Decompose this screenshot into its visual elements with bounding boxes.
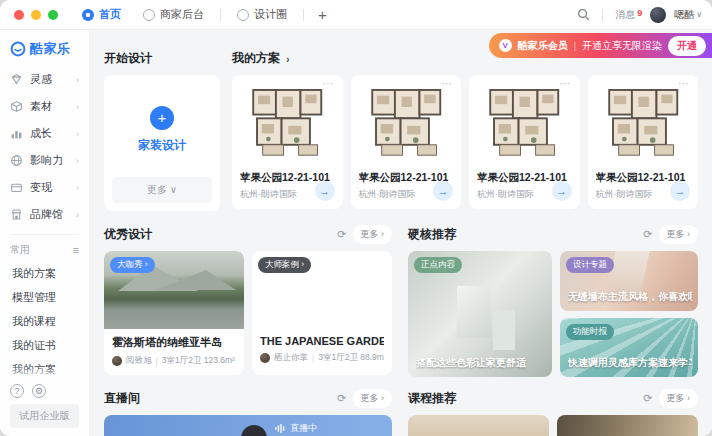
globe-icon [10, 154, 23, 167]
hardcore-more-button[interactable]: 更多 › [659, 225, 699, 244]
topbar: 首页 商家后台 设计圈 + 消息 9 [0, 0, 712, 30]
sidebar-shortcut-item[interactable]: 模型管理 [0, 285, 89, 309]
list-edit-icon[interactable]: ≡ [73, 244, 79, 256]
open-plan-arrow-button[interactable]: → [433, 181, 453, 201]
kujiale-logo-icon [10, 41, 26, 57]
course-card[interactable] [557, 415, 698, 436]
sidebar-item-influence[interactable]: 影响力 › [0, 147, 89, 174]
design-title: 霍洛斯塔的纳维亚半岛 [112, 335, 236, 350]
plan-card[interactable]: ⋯ [351, 75, 462, 209]
open-plan-arrow-button[interactable]: → [552, 181, 572, 201]
sidebar-item-inspiration[interactable]: 灵感 › [0, 66, 89, 93]
plus-icon: + [150, 106, 174, 130]
user-menu[interactable]: 嗯酷 ∨ [674, 8, 702, 22]
more-options-icon[interactable]: ⋯ [441, 77, 453, 90]
main-content: V 酷家乐会员 | 开通立享无限渲染 开通 开始设计 + 家装设计 更多 ∨ [90, 30, 712, 436]
top-row: 开始设计 + 家装设计 更多 ∨ 我的方案 › [104, 50, 698, 211]
user-name: 嗯酷 [674, 8, 694, 22]
excellent-more-button[interactable]: 更多 › [353, 225, 393, 244]
chevron-right-icon: › [76, 129, 79, 139]
courses-more-button[interactable]: 更多 › [659, 389, 699, 408]
card-caption: 快速调用灵感库方案速来学习 [568, 356, 692, 370]
floor-plan-image [359, 81, 454, 167]
start-design-more-button[interactable]: 更多 ∨ [112, 177, 212, 203]
tab-home[interactable]: 首页 [72, 3, 131, 26]
meta-divider: | [156, 356, 158, 366]
design-circle-tab-icon [237, 9, 249, 21]
recommend-card[interactable]: 功能时报 快速调用灵感库方案速来学习 [560, 318, 698, 378]
kujiale-logo[interactable]: 酷家乐 [0, 40, 89, 66]
floor-plan-image [240, 81, 335, 167]
tab-label: 首页 [99, 7, 121, 22]
section-title: 优秀设计 [104, 226, 152, 243]
minimize-window-button[interactable] [31, 10, 41, 20]
sidebar-item-brand-hall[interactable]: 品牌馆 › [0, 201, 89, 228]
home-design-label: 家装设计 [138, 137, 186, 154]
plan-card[interactable]: ⋯ [469, 75, 580, 209]
badge[interactable]: 大咖秀 › [110, 257, 155, 273]
tab-divider [220, 9, 221, 21]
more-options-icon[interactable]: ⋯ [323, 77, 335, 90]
start-design-card: + 家装设计 更多 ∨ [104, 75, 220, 211]
open-plan-arrow-button[interactable]: → [315, 181, 335, 201]
maximize-window-button[interactable] [48, 10, 58, 20]
floor-plan-image [477, 81, 572, 167]
search-icon[interactable] [577, 8, 590, 21]
chevron-right-icon: › [76, 102, 79, 112]
chevron-right-icon: › [76, 75, 79, 85]
sidebar-divider [10, 234, 79, 235]
refresh-icon[interactable]: ⟳ [337, 392, 346, 405]
messages-count-badge: 9 [637, 8, 642, 18]
tab-merchant-console[interactable]: 商家后台 [133, 3, 214, 26]
course-card[interactable] [408, 415, 549, 436]
sidebar-shortcut-item[interactable]: 我的方案 [0, 357, 89, 380]
chevron-right-icon: › [76, 210, 79, 220]
sidebar-shortcut-item[interactable]: 我的课程 [0, 309, 89, 333]
sidebar-item-materials[interactable]: 素材 › [0, 93, 89, 120]
more-options-icon[interactable]: ⋯ [560, 77, 572, 90]
gear-icon[interactable]: ⚙ [32, 384, 46, 398]
more-options-icon[interactable]: ⋯ [678, 77, 690, 90]
tab-design-circle[interactable]: 设计圈 [227, 3, 297, 26]
new-tab-button[interactable]: + [310, 6, 335, 23]
messages-button[interactable]: 消息 9 [615, 8, 642, 22]
logo-text: 酷家乐 [30, 40, 71, 58]
help-icon[interactable]: ? [10, 384, 24, 398]
live-room-section: 直播间 ⟳ 更多 › 直播中 CAD软件绘 [104, 389, 392, 436]
recommend-card[interactable]: 正点内容 搭配这些色彩让家更舒适 [408, 251, 552, 377]
sidebar-shortcut-item[interactable]: 我的方案 [0, 261, 89, 285]
chevron-right-icon: › [76, 183, 79, 193]
sidebar-shortcut-item[interactable]: 我的证书 [0, 333, 89, 357]
plan-card[interactable]: ⋯ [232, 75, 343, 209]
my-plans-section: 我的方案 › ⋯ [232, 50, 698, 211]
design-card[interactable]: 大咖秀 › 霍洛斯塔的纳维亚半岛 阅致旭 | 3室1厅2卫 123.6m² [104, 251, 244, 375]
trial-enterprise-button[interactable]: 试用企业版 [10, 404, 79, 428]
live-stream-card[interactable]: 直播中 CAD软件绘图命令教学 [104, 415, 392, 436]
browser-tabs: 首页 商家后台 设计圈 + [72, 3, 335, 26]
author-avatar [112, 356, 122, 366]
design-card[interactable]: 大师案例 › THE JAPANESE GARDEN 栖止你掌 | 3室1厅2卫… [252, 251, 392, 375]
plan-card[interactable]: ⋯ [588, 75, 699, 209]
user-avatar[interactable] [650, 7, 666, 23]
recommend-card[interactable]: 设计专题 无缝墙布主流风格，你喜欢哪款 [560, 251, 698, 311]
vip-badge-icon: V [499, 39, 512, 52]
badge[interactable]: 大师案例 › [258, 257, 311, 273]
window-controls [14, 10, 58, 20]
sidebar: 酷家乐 灵感 › 素材 › 成长 › [0, 30, 90, 436]
vip-promo-banner[interactable]: V 酷家乐会员 | 开通立享无限渲染 开通 [489, 33, 712, 58]
card-caption: 无缝墙布主流风格，你喜欢哪款 [568, 290, 692, 304]
close-window-button[interactable] [14, 10, 24, 20]
refresh-icon[interactable]: ⟳ [643, 228, 652, 241]
tab-label: 设计圈 [254, 7, 287, 22]
new-home-design-button[interactable]: + 家装设计 [138, 83, 186, 177]
refresh-icon[interactable]: ⟳ [337, 228, 346, 241]
bar-chart-icon [10, 127, 23, 140]
sidebar-item-growth[interactable]: 成长 › [0, 120, 89, 147]
open-plan-arrow-button[interactable]: → [670, 181, 690, 201]
promo-brand-label: 酷家乐会员 [518, 39, 568, 53]
refresh-icon[interactable]: ⟳ [643, 392, 652, 405]
open-vip-button[interactable]: 开通 [668, 36, 706, 56]
sidebar-item-monetize[interactable]: 变现 › [0, 174, 89, 201]
live-status-label: 直播中 [290, 422, 317, 435]
live-more-button[interactable]: 更多 › [353, 389, 393, 408]
